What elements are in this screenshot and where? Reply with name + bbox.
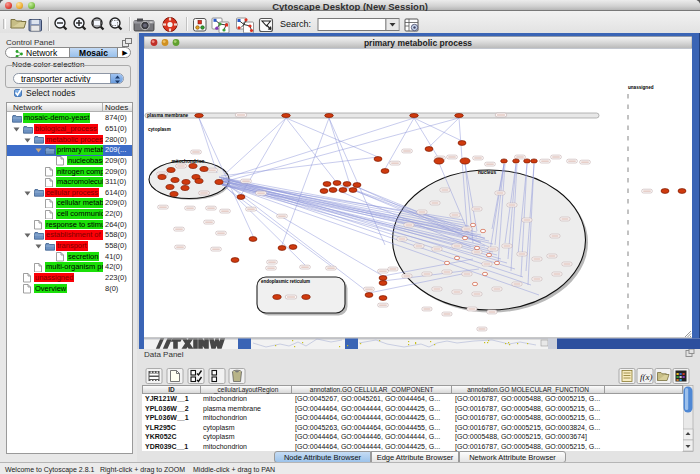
svg-text:cytoplasm: cytoplasm	[148, 127, 171, 132]
svg-text:endoplasmic reticulum: endoplasmic reticulum	[261, 279, 310, 284]
svg-text:nucleus: nucleus	[478, 170, 496, 175]
svg-text:mitochondrion: mitochondrion	[172, 159, 205, 164]
svg-text:plasma membrane: plasma membrane	[147, 113, 189, 118]
svg-text:primary metabolic process: primary metabolic process	[364, 38, 472, 48]
svg-text:unassigned: unassigned	[628, 85, 654, 90]
svg-text:Search:: Search:	[280, 19, 311, 29]
svg-text:f(x): f(x)	[640, 372, 653, 382]
